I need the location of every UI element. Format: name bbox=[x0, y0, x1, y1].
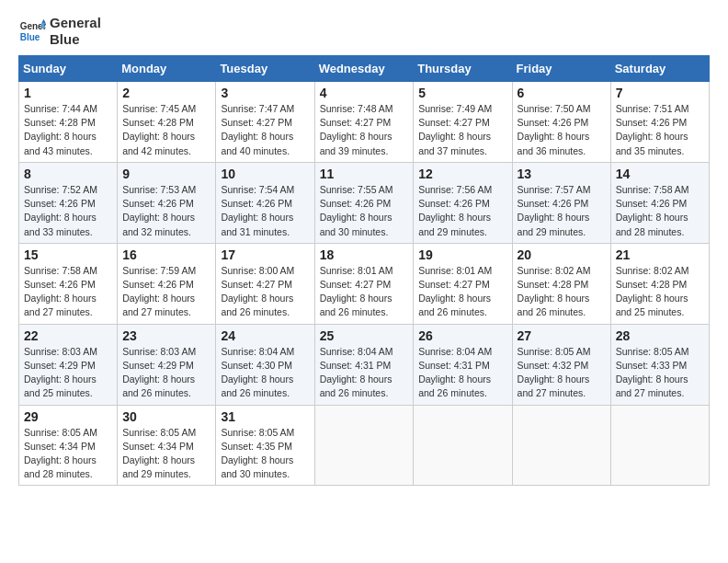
logo-text-general: General bbox=[50, 15, 101, 31]
day-info: Sunrise: 8:05 AM Sunset: 4:34 PM Dayligh… bbox=[24, 426, 112, 482]
header-sunday: Sunday bbox=[19, 56, 118, 82]
calendar-cell: 14 Sunrise: 7:58 AM Sunset: 4:26 PM Dayl… bbox=[610, 162, 709, 243]
day-info: Sunrise: 7:59 AM Sunset: 4:26 PM Dayligh… bbox=[122, 264, 210, 320]
day-info: Sunrise: 7:45 AM Sunset: 4:28 PM Dayligh… bbox=[122, 102, 210, 158]
day-number: 13 bbox=[518, 167, 606, 181]
day-info: Sunrise: 7:58 AM Sunset: 4:26 PM Dayligh… bbox=[24, 264, 112, 320]
day-info: Sunrise: 8:00 AM Sunset: 4:27 PM Dayligh… bbox=[221, 264, 309, 320]
day-info: Sunrise: 7:47 AM Sunset: 4:27 PM Dayligh… bbox=[221, 102, 309, 158]
calendar-cell: 8 Sunrise: 7:52 AM Sunset: 4:26 PM Dayli… bbox=[19, 162, 118, 243]
calendar-cell bbox=[610, 405, 709, 486]
calendar-cell: 28 Sunrise: 8:05 AM Sunset: 4:33 PM Dayl… bbox=[610, 324, 709, 405]
day-info: Sunrise: 7:50 AM Sunset: 4:26 PM Dayligh… bbox=[518, 102, 606, 158]
calendar-cell: 1 Sunrise: 7:44 AM Sunset: 4:28 PM Dayli… bbox=[19, 82, 118, 163]
day-info: Sunrise: 8:04 AM Sunset: 4:30 PM Dayligh… bbox=[221, 345, 309, 401]
day-number: 2 bbox=[122, 86, 210, 100]
calendar-cell: 30 Sunrise: 8:05 AM Sunset: 4:34 PM Dayl… bbox=[118, 405, 216, 486]
day-info: Sunrise: 7:53 AM Sunset: 4:26 PM Dayligh… bbox=[122, 183, 210, 239]
calendar-cell: 15 Sunrise: 7:58 AM Sunset: 4:26 PM Dayl… bbox=[19, 243, 118, 324]
calendar-cell: 26 Sunrise: 8:04 AM Sunset: 4:31 PM Dayl… bbox=[414, 324, 512, 405]
header-saturday: Saturday bbox=[610, 56, 709, 82]
header-friday: Friday bbox=[512, 56, 610, 82]
day-info: Sunrise: 7:44 AM Sunset: 4:28 PM Dayligh… bbox=[24, 102, 112, 158]
calendar-cell: 16 Sunrise: 7:59 AM Sunset: 4:26 PM Dayl… bbox=[118, 243, 216, 324]
day-info: Sunrise: 7:55 AM Sunset: 4:26 PM Dayligh… bbox=[320, 183, 409, 239]
day-number: 1 bbox=[24, 86, 112, 100]
calendar-cell: 31 Sunrise: 8:05 AM Sunset: 4:35 PM Dayl… bbox=[216, 405, 314, 486]
calendar-cell: 12 Sunrise: 7:56 AM Sunset: 4:26 PM Dayl… bbox=[414, 162, 512, 243]
calendar-cell: 21 Sunrise: 8:02 AM Sunset: 4:28 PM Dayl… bbox=[610, 243, 709, 324]
day-number: 11 bbox=[320, 167, 409, 181]
day-number: 31 bbox=[221, 409, 309, 424]
day-info: Sunrise: 7:49 AM Sunset: 4:27 PM Dayligh… bbox=[418, 102, 506, 158]
day-info: Sunrise: 7:58 AM Sunset: 4:26 PM Dayligh… bbox=[616, 183, 704, 239]
day-info: Sunrise: 7:57 AM Sunset: 4:26 PM Dayligh… bbox=[518, 183, 606, 239]
day-info: Sunrise: 8:05 AM Sunset: 4:33 PM Dayligh… bbox=[616, 345, 704, 401]
day-info: Sunrise: 8:05 AM Sunset: 4:32 PM Dayligh… bbox=[518, 345, 606, 401]
calendar-cell: 22 Sunrise: 8:03 AM Sunset: 4:29 PM Dayl… bbox=[19, 324, 118, 405]
page-header: General Blue General Blue bbox=[18, 15, 710, 48]
calendar-cell: 19 Sunrise: 8:01 AM Sunset: 4:27 PM Dayl… bbox=[414, 243, 512, 324]
day-number: 15 bbox=[24, 247, 112, 262]
day-info: Sunrise: 8:03 AM Sunset: 4:29 PM Dayligh… bbox=[122, 345, 210, 401]
day-info: Sunrise: 8:04 AM Sunset: 4:31 PM Dayligh… bbox=[320, 345, 409, 401]
logo: General Blue General Blue bbox=[18, 15, 101, 48]
calendar-cell: 13 Sunrise: 7:57 AM Sunset: 4:26 PM Dayl… bbox=[512, 162, 610, 243]
calendar-cell bbox=[512, 405, 610, 486]
day-info: Sunrise: 8:04 AM Sunset: 4:31 PM Dayligh… bbox=[418, 345, 506, 401]
calendar-cell: 5 Sunrise: 7:49 AM Sunset: 4:27 PM Dayli… bbox=[414, 82, 512, 163]
day-number: 12 bbox=[418, 167, 506, 181]
day-number: 23 bbox=[122, 328, 210, 343]
day-number: 27 bbox=[518, 328, 606, 343]
day-number: 22 bbox=[24, 328, 112, 343]
day-info: Sunrise: 8:05 AM Sunset: 4:35 PM Dayligh… bbox=[221, 426, 309, 482]
calendar-cell: 23 Sunrise: 8:03 AM Sunset: 4:29 PM Dayl… bbox=[118, 324, 216, 405]
day-number: 14 bbox=[616, 167, 704, 181]
calendar-cell bbox=[414, 405, 512, 486]
day-info: Sunrise: 7:56 AM Sunset: 4:26 PM Dayligh… bbox=[418, 183, 506, 239]
calendar-cell: 10 Sunrise: 7:54 AM Sunset: 4:26 PM Dayl… bbox=[216, 162, 314, 243]
day-number: 26 bbox=[418, 328, 506, 343]
day-number: 16 bbox=[122, 247, 210, 262]
day-info: Sunrise: 7:52 AM Sunset: 4:26 PM Dayligh… bbox=[24, 183, 112, 239]
calendar-cell: 6 Sunrise: 7:50 AM Sunset: 4:26 PM Dayli… bbox=[512, 82, 610, 163]
calendar-cell: 24 Sunrise: 8:04 AM Sunset: 4:30 PM Dayl… bbox=[216, 324, 314, 405]
header-monday: Monday bbox=[118, 56, 216, 82]
calendar-cell: 9 Sunrise: 7:53 AM Sunset: 4:26 PM Dayli… bbox=[118, 162, 216, 243]
logo-icon: General Blue bbox=[18, 17, 46, 45]
calendar-cell: 11 Sunrise: 7:55 AM Sunset: 4:26 PM Dayl… bbox=[314, 162, 414, 243]
day-number: 4 bbox=[320, 86, 409, 100]
day-number: 30 bbox=[122, 409, 210, 424]
day-number: 10 bbox=[221, 167, 309, 181]
day-info: Sunrise: 8:05 AM Sunset: 4:34 PM Dayligh… bbox=[122, 426, 210, 482]
calendar-week-1: 1 Sunrise: 7:44 AM Sunset: 4:28 PM Dayli… bbox=[19, 82, 710, 163]
day-info: Sunrise: 8:02 AM Sunset: 4:28 PM Dayligh… bbox=[518, 264, 606, 320]
header-wednesday: Wednesday bbox=[314, 56, 414, 82]
day-number: 18 bbox=[320, 247, 409, 262]
day-number: 8 bbox=[24, 167, 112, 181]
calendar-table: SundayMondayTuesdayWednesdayThursdayFrid… bbox=[18, 55, 710, 486]
day-number: 24 bbox=[221, 328, 309, 343]
calendar-week-3: 15 Sunrise: 7:58 AM Sunset: 4:26 PM Dayl… bbox=[19, 243, 710, 324]
calendar-week-4: 22 Sunrise: 8:03 AM Sunset: 4:29 PM Dayl… bbox=[19, 324, 710, 405]
day-info: Sunrise: 8:03 AM Sunset: 4:29 PM Dayligh… bbox=[24, 345, 112, 401]
logo-text-blue: Blue bbox=[50, 31, 101, 48]
day-info: Sunrise: 7:51 AM Sunset: 4:26 PM Dayligh… bbox=[616, 102, 704, 158]
calendar-cell: 4 Sunrise: 7:48 AM Sunset: 4:27 PM Dayli… bbox=[314, 82, 414, 163]
day-info: Sunrise: 7:54 AM Sunset: 4:26 PM Dayligh… bbox=[221, 183, 309, 239]
calendar-cell: 27 Sunrise: 8:05 AM Sunset: 4:32 PM Dayl… bbox=[512, 324, 610, 405]
header-thursday: Thursday bbox=[414, 56, 512, 82]
day-number: 6 bbox=[518, 86, 606, 100]
day-number: 25 bbox=[320, 328, 409, 343]
calendar-cell: 18 Sunrise: 8:01 AM Sunset: 4:27 PM Dayl… bbox=[314, 243, 414, 324]
calendar-cell bbox=[314, 405, 414, 486]
day-info: Sunrise: 8:02 AM Sunset: 4:28 PM Dayligh… bbox=[616, 264, 704, 320]
day-number: 19 bbox=[418, 247, 506, 262]
calendar-week-2: 8 Sunrise: 7:52 AM Sunset: 4:26 PM Dayli… bbox=[19, 162, 710, 243]
calendar-cell: 17 Sunrise: 8:00 AM Sunset: 4:27 PM Dayl… bbox=[216, 243, 314, 324]
day-number: 7 bbox=[616, 86, 704, 100]
day-number: 5 bbox=[418, 86, 506, 100]
day-info: Sunrise: 7:48 AM Sunset: 4:27 PM Dayligh… bbox=[320, 102, 409, 158]
day-info: Sunrise: 8:01 AM Sunset: 4:27 PM Dayligh… bbox=[418, 264, 506, 320]
calendar-cell: 2 Sunrise: 7:45 AM Sunset: 4:28 PM Dayli… bbox=[118, 82, 216, 163]
